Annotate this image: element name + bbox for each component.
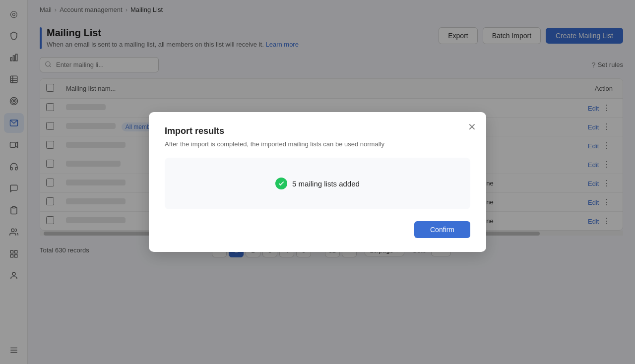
modal-actions: Confirm xyxy=(165,221,470,238)
success-icon xyxy=(275,178,287,189)
modal-overlay: ✕ Import results After the import is com… xyxy=(0,0,635,364)
modal-result-box: 5 mailing lists added xyxy=(165,158,470,209)
modal-title: Import results xyxy=(165,126,470,136)
confirm-button[interactable]: Confirm xyxy=(414,221,470,238)
import-results-modal: ✕ Import results After the import is com… xyxy=(149,112,486,252)
modal-close-button[interactable]: ✕ xyxy=(468,122,476,132)
result-text: 5 mailing lists added xyxy=(292,180,360,188)
modal-subtitle: After the import is completed, the impor… xyxy=(165,140,470,148)
